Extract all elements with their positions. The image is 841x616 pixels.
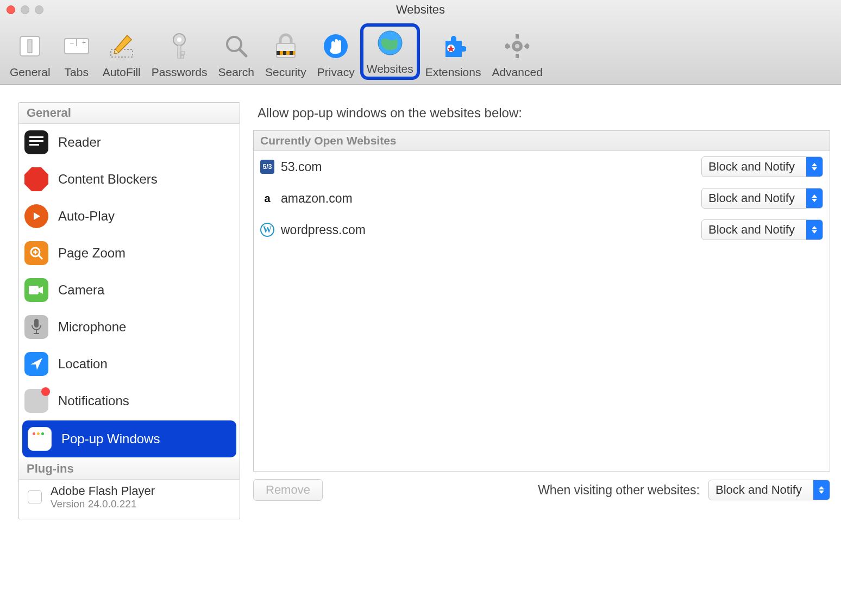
- svg-rect-1: [28, 40, 32, 53]
- stepper-arrows-icon: [813, 480, 830, 500]
- plugin-version: Version 24.0.0.221: [51, 498, 155, 510]
- toolbar-label: Privacy: [317, 66, 355, 79]
- reader-icon: [24, 130, 48, 154]
- site-row[interactable]: a amazon.com Block and Notify: [254, 183, 830, 214]
- plugin-item-flash[interactable]: Adobe Flash Player Version 24.0.0.221: [19, 480, 240, 514]
- svg-rect-40: [29, 286, 39, 294]
- svg-rect-18: [290, 51, 293, 55]
- switch-icon: [15, 31, 45, 61]
- sidebar-section-plugins: Plug-ins: [19, 458, 240, 480]
- window-title: Websites: [0, 0, 841, 20]
- toolbar-label: Extensions: [425, 66, 481, 79]
- key-icon: [164, 31, 194, 61]
- site-row[interactable]: W wordpress.com Block and Notify: [254, 214, 830, 246]
- toolbar-extensions[interactable]: Extensions: [420, 30, 487, 80]
- sidebar-item-popup-windows[interactable]: Pop-up Windows: [22, 420, 236, 457]
- dropdown-value: Block and Notify: [709, 483, 813, 497]
- settings-sidebar: General Reader Content Blockers Auto-Pla…: [18, 102, 240, 519]
- sidebar-item-label: Page Zoom: [58, 246, 125, 261]
- toolbar-autofill[interactable]: AutoFill: [97, 30, 146, 80]
- magnifier-icon: [221, 31, 252, 61]
- sidebar-item-notifications[interactable]: Notifications: [19, 382, 240, 419]
- stepper-arrows-icon: [806, 188, 823, 208]
- sidebar-item-label: Content Blockers: [58, 172, 158, 187]
- remove-button[interactable]: Remove: [253, 479, 323, 501]
- toolbar-search[interactable]: Search: [212, 30, 260, 80]
- traffic-lights: [7, 5, 43, 14]
- sidebar-item-reader[interactable]: Reader: [19, 124, 240, 161]
- svg-rect-16: [277, 51, 280, 55]
- other-websites-dropdown[interactable]: Block and Notify: [708, 480, 830, 500]
- sidebar-item-label: Camera: [58, 282, 104, 298]
- lock-icon: [271, 31, 301, 61]
- pencil-form-icon: [106, 31, 137, 61]
- sidebar-item-autoplay[interactable]: Auto-Play: [19, 198, 240, 235]
- dropdown-value: Block and Notify: [702, 191, 806, 205]
- sidebar-item-page-zoom[interactable]: Page Zoom: [19, 235, 240, 272]
- toolbar-general[interactable]: General: [4, 30, 56, 80]
- toolbar-security[interactable]: Security: [260, 30, 312, 80]
- site-domain: 53.com: [281, 160, 322, 174]
- svg-line-13: [240, 49, 246, 56]
- toolbar-label: Search: [218, 66, 254, 79]
- plugin-checkbox[interactable]: [28, 490, 42, 504]
- site-favicon-icon: a: [260, 191, 274, 205]
- toolbar-label: Websites: [367, 62, 413, 76]
- site-permission-dropdown[interactable]: Block and Notify: [701, 188, 823, 209]
- toolbar-label: AutoFill: [103, 66, 141, 79]
- svg-rect-33: [29, 136, 43, 138]
- svg-rect-25: [516, 54, 519, 58]
- toolbar-passwords[interactable]: Passwords: [146, 30, 213, 80]
- sidebar-item-microphone[interactable]: Microphone: [19, 309, 240, 345]
- sidebar-item-camera[interactable]: Camera: [19, 272, 240, 309]
- gear-icon: [502, 31, 532, 61]
- toolbar-advanced[interactable]: Advanced: [486, 30, 548, 80]
- globe-icon: [375, 28, 405, 58]
- stepper-arrows-icon: [806, 157, 823, 177]
- site-permission-dropdown[interactable]: Block and Notify: [701, 156, 823, 177]
- sidebar-item-label: Reader: [58, 135, 101, 150]
- svg-rect-10: [181, 52, 185, 54]
- footer-row: Remove When visiting other websites: Blo…: [253, 479, 830, 501]
- sidebar-item-label: Auto-Play: [58, 209, 115, 224]
- svg-rect-11: [181, 55, 184, 58]
- site-favicon-icon: W: [260, 223, 274, 237]
- plugin-name: Adobe Flash Player: [51, 484, 155, 498]
- toolbar-label: Security: [265, 66, 306, 79]
- svg-text:–: –: [70, 39, 74, 47]
- window-minimize-button[interactable]: [21, 5, 29, 14]
- svg-rect-24: [516, 34, 519, 39]
- plugin-text: Adobe Flash Player Version 24.0.0.221: [51, 484, 155, 510]
- main-panel: Allow pop-up windows on the websites bel…: [253, 102, 830, 519]
- svg-line-37: [39, 255, 42, 259]
- toolbar-websites[interactable]: Websites: [360, 23, 420, 80]
- sidebar-item-label: Notifications: [58, 393, 129, 408]
- microphone-icon: [24, 315, 48, 339]
- stepper-arrows-icon: [806, 220, 823, 240]
- sidebar-item-label: Microphone: [58, 319, 126, 335]
- sidebar-item-content-blockers[interactable]: Content Blockers: [19, 161, 240, 198]
- site-permission-dropdown[interactable]: Block and Notify: [701, 219, 823, 240]
- svg-point-32: [515, 44, 519, 48]
- site-row[interactable]: 5/3 53.com Block and Notify: [254, 151, 830, 183]
- stop-sign-icon: [24, 167, 48, 191]
- toolbar-tabs[interactable]: – + Tabs: [56, 30, 97, 80]
- hand-icon: [321, 31, 351, 61]
- notification-icon: [24, 389, 48, 413]
- svg-point-8: [177, 37, 181, 42]
- zoom-icon: [24, 241, 48, 265]
- dropdown-value: Block and Notify: [702, 160, 806, 174]
- window-close-button[interactable]: [7, 5, 15, 14]
- sidebar-section-general: General: [19, 103, 240, 124]
- svg-rect-14: [277, 43, 295, 58]
- play-icon: [24, 204, 48, 228]
- other-websites-label: When visiting other websites:: [538, 483, 700, 498]
- toolbar-privacy[interactable]: Privacy: [312, 30, 360, 80]
- site-domain: wordpress.com: [281, 223, 366, 237]
- window-zoom-button[interactable]: [35, 5, 43, 14]
- sidebar-item-location[interactable]: Location: [19, 345, 240, 382]
- puzzle-icon: [438, 31, 468, 61]
- window-icon: [28, 427, 52, 451]
- camera-icon: [24, 278, 48, 302]
- toolbar-label: Tabs: [61, 66, 92, 79]
